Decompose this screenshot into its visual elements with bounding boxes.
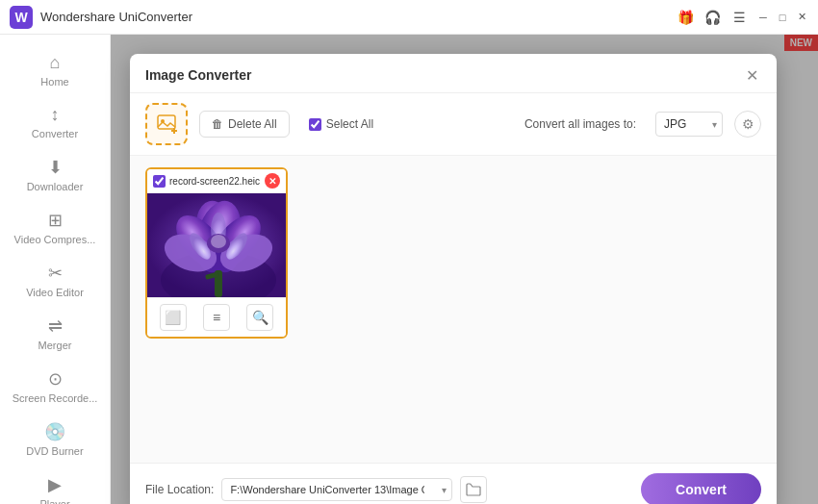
- dialog-toolbar: 🗑 Delete All Select All Convert all imag…: [130, 93, 777, 156]
- file-name: record-screen22.heic: [169, 176, 261, 187]
- converter-icon: ↕: [51, 105, 60, 125]
- sidebar-item-screen-recorder[interactable]: ⊙ Screen Recorde...: [6, 361, 104, 412]
- file-thumbnail: [147, 193, 288, 297]
- format-settings-button[interactable]: ⚙: [734, 111, 761, 138]
- delete-all-label: Delete All: [228, 117, 277, 131]
- titlebar-icons: 🎁 🎧 ☰: [676, 8, 749, 27]
- dialog-close-button[interactable]: ✕: [742, 65, 761, 85]
- maximize-button[interactable]: □: [776, 11, 789, 24]
- dialog-header: Image Converter ✕: [130, 54, 777, 93]
- folder-icon: [466, 483, 481, 496]
- gift-icon[interactable]: 🎁: [676, 8, 695, 27]
- sidebar-label-home: Home: [40, 76, 68, 88]
- add-files-button[interactable]: [145, 103, 188, 145]
- format-select-wrapper: JPG PNG BMP GIF WEBP: [655, 112, 723, 137]
- sidebar-label-video-compress: Video Compres...: [14, 234, 96, 245]
- file-card: record-screen22.heic ✕: [145, 167, 288, 339]
- delete-all-button[interactable]: 🗑 Delete All: [199, 111, 290, 138]
- file-remove-button[interactable]: ✕: [265, 173, 280, 189]
- sidebar-item-merger[interactable]: ⇌ Merger: [6, 308, 104, 359]
- home-icon: ⌂: [50, 53, 61, 73]
- select-all-button[interactable]: Select All: [301, 112, 381, 137]
- close-button[interactable]: ✕: [795, 11, 808, 24]
- add-image-icon: [156, 113, 177, 135]
- dvd-burner-icon: 💿: [44, 421, 65, 442]
- menu-icon[interactable]: ☰: [729, 8, 749, 27]
- iris-image: [147, 193, 288, 297]
- sidebar-label-merger: Merger: [38, 340, 72, 351]
- window-controls: ─ □ ✕: [756, 11, 808, 24]
- downloader-icon: ⬇: [48, 157, 63, 178]
- dialog-footer: File Location: F:\Wondershare UniConvert…: [130, 463, 777, 504]
- browse-folder-button[interactable]: [460, 476, 487, 503]
- preview-button[interactable]: 🔍: [246, 304, 273, 331]
- sidebar-item-home[interactable]: ⌂ Home: [6, 45, 104, 95]
- path-select-wrapper: F:\Wondershare UniConverter 13\Image Out…: [221, 478, 452, 501]
- file-card-toolbar: ⬜ ≡ 🔍: [147, 297, 286, 337]
- main-content: NEW Image Converter ✕: [111, 35, 818, 504]
- info-button[interactable]: ≡: [203, 304, 230, 331]
- screen-recorder-icon: ⊙: [48, 368, 63, 390]
- video-editor-icon: ✂: [48, 263, 63, 284]
- file-area: record-screen22.heic ✕: [130, 156, 777, 463]
- modal-overlay: Image Converter ✕: [111, 35, 818, 504]
- file-location-label: File Location:: [145, 483, 214, 496]
- sidebar-item-dvd-burner[interactable]: 💿 DVD Burner: [6, 414, 104, 465]
- sidebar-item-downloader[interactable]: ⬇ Downloader: [6, 149, 104, 200]
- sidebar-item-player[interactable]: ▶ Player: [6, 466, 104, 504]
- sidebar-item-video-compress[interactable]: ⊞ Video Compres...: [6, 202, 104, 253]
- sidebar-label-downloader: Downloader: [27, 181, 84, 192]
- sidebar-label-video-editor: Video Editor: [26, 287, 84, 298]
- sidebar-label-player: Player: [39, 498, 69, 504]
- sidebar: ⌂ Home ↕ Converter ⬇ Downloader ⊞ Video …: [0, 35, 111, 504]
- headphones-icon[interactable]: 🎧: [703, 8, 722, 27]
- sidebar-label-converter: Converter: [32, 128, 78, 139]
- svg-point-18: [211, 235, 226, 248]
- trash-icon: 🗑: [212, 117, 223, 131]
- path-select[interactable]: F:\Wondershare UniConverter 13\Image Out…: [221, 478, 452, 501]
- svg-text:W: W: [14, 10, 28, 25]
- sidebar-label-screen-recorder: Screen Recorde...: [13, 392, 98, 404]
- dialog-title: Image Converter: [145, 67, 251, 83]
- select-all-checkbox[interactable]: [309, 118, 321, 131]
- image-converter-dialog: Image Converter ✕: [130, 54, 777, 504]
- sidebar-label-dvd-burner: DVD Burner: [26, 445, 83, 457]
- format-select[interactable]: JPG PNG BMP GIF WEBP: [655, 112, 723, 137]
- app-window: W Wondershare UniConverter 🎁 🎧 ☰ ─ □ ✕ ⌂…: [0, 0, 818, 504]
- sidebar-item-converter[interactable]: ↕ Converter: [6, 97, 104, 147]
- select-all-label: Select All: [326, 117, 373, 131]
- convert-all-label: Convert all images to:: [524, 117, 636, 131]
- crop-button[interactable]: ⬜: [160, 304, 187, 331]
- minimize-button[interactable]: ─: [756, 11, 770, 24]
- merger-icon: ⇌: [48, 315, 63, 337]
- sidebar-item-video-editor[interactable]: ✂ Video Editor: [6, 255, 104, 306]
- file-checkbox[interactable]: [153, 175, 166, 188]
- app-logo: W: [10, 6, 33, 29]
- app-body: ⌂ Home ↕ Converter ⬇ Downloader ⊞ Video …: [0, 35, 818, 504]
- app-title: Wondershare UniConverter: [40, 10, 676, 24]
- player-icon: ▶: [48, 474, 62, 495]
- title-bar: W Wondershare UniConverter 🎁 🎧 ☰ ─ □ ✕: [0, 0, 818, 35]
- video-compress-icon: ⊞: [48, 210, 63, 231]
- file-card-header: record-screen22.heic ✕: [147, 169, 286, 193]
- convert-button[interactable]: Convert: [641, 473, 761, 504]
- svg-rect-2: [158, 115, 175, 129]
